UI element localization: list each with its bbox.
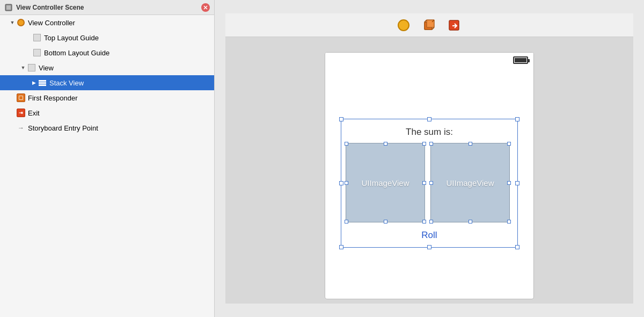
iv2-handle-mr[interactable] <box>507 181 511 185</box>
close-button[interactable] <box>201 3 210 12</box>
iv2-handle-tr[interactable] <box>507 142 511 146</box>
iv2-handle-bl[interactable] <box>429 220 433 224</box>
square-arrow-icon <box>448 18 462 32</box>
item-label: View Controller <box>28 19 75 27</box>
item-label: Stack View <box>49 79 84 87</box>
exit-icon: ⇥ <box>16 108 26 118</box>
iv-handle-mr[interactable] <box>422 181 426 185</box>
yellow-circle-icon <box>398 19 409 31</box>
canvas-area: The sum is: <box>215 0 644 317</box>
battery-icon <box>513 56 528 64</box>
item-label: First Responder <box>28 94 77 102</box>
iv-handle-tr[interactable] <box>422 142 426 146</box>
iv-handle-tl[interactable] <box>345 142 348 146</box>
expand-triangle[interactable] <box>9 19 16 26</box>
iv2-handle-ml[interactable] <box>429 181 433 185</box>
sidebar-item-storyboard-entry[interactable]: → Storyboard Entry Point <box>0 120 214 135</box>
iv2-handle-br[interactable] <box>507 220 511 224</box>
left-panel: View Controller Scene View Controller <box>0 0 215 317</box>
uiimage-label-1: UIImageView <box>362 178 409 188</box>
uiimage-label-2: UIImageView <box>447 178 494 188</box>
sidebar-item-exit[interactable]: ⇥ Exit <box>0 105 214 120</box>
scene-header: View Controller Scene <box>0 0 214 15</box>
uiimage-view-2: UIImageView <box>430 143 510 222</box>
item-label: Bottom Layout Guide <box>44 49 109 57</box>
sidebar-item-view-controller[interactable]: View Controller <box>0 15 214 30</box>
small-rect-icon <box>32 48 42 57</box>
scene-title: View Controller Scene <box>16 4 201 11</box>
device-content: The sum is: <box>325 68 533 299</box>
expand-triangle[interactable] <box>19 64 27 71</box>
item-label: Exit <box>28 109 40 117</box>
canvas-background: The sum is: <box>225 13 633 304</box>
stack-view-icon <box>38 78 47 88</box>
device-frame: The sum is: <box>325 52 534 299</box>
view-icon <box>27 63 36 73</box>
arrow-icon: → <box>16 123 26 133</box>
view-controller-icon <box>16 18 26 27</box>
roll-label: Roll <box>346 228 513 243</box>
item-label: View <box>39 64 54 72</box>
svg-rect-1 <box>6 5 11 10</box>
sidebar-item-top-layout-guide[interactable]: Top Layout Guide <box>0 30 214 45</box>
sidebar-item-bottom-layout-guide[interactable]: Bottom Layout Guide <box>0 45 214 60</box>
iv2-handle-tm[interactable] <box>469 142 472 146</box>
iv-handle-tm[interactable] <box>384 142 387 146</box>
handle-bottom-left[interactable] <box>339 245 343 249</box>
handle-bottom-right[interactable] <box>515 245 519 249</box>
canvas-toolbar <box>225 13 633 37</box>
status-bar <box>325 53 533 68</box>
small-rect-icon <box>32 33 42 42</box>
3d-box-button[interactable] <box>421 17 438 34</box>
handle-top-right[interactable] <box>515 117 519 121</box>
item-label: Storyboard Entry Point <box>28 124 98 132</box>
image-views-row: UIImageView <box>346 143 513 222</box>
expand-triangle[interactable] <box>30 79 38 87</box>
3d-box-icon <box>422 18 436 32</box>
iv-handle-bm[interactable] <box>384 220 387 224</box>
iv-handle-ml[interactable] <box>345 181 348 185</box>
handle-top-mid[interactable] <box>427 117 431 121</box>
handle-top-left[interactable] <box>339 117 343 121</box>
sum-label: The sum is: <box>346 124 513 143</box>
item-label: Top Layout Guide <box>44 34 99 42</box>
iv-handle-br[interactable] <box>422 220 426 224</box>
iv2-handle-bm[interactable] <box>469 220 472 224</box>
sidebar-item-first-responder[interactable]: First Responder <box>0 90 214 105</box>
handle-mid-left[interactable] <box>339 181 343 185</box>
uiimage-view-1: UIImageView <box>346 143 425 222</box>
yellow-circle-button[interactable] <box>395 17 412 34</box>
scene-icon <box>4 3 13 12</box>
handle-bottom-mid[interactable] <box>427 245 431 249</box>
iv-handle-bl[interactable] <box>345 220 348 224</box>
sidebar-item-stack-view[interactable]: Stack View <box>0 75 214 90</box>
first-responder-icon <box>16 93 26 103</box>
sidebar-item-view[interactable]: View <box>0 60 214 75</box>
iv2-handle-tl[interactable] <box>429 142 433 146</box>
stack-view-container: The sum is: <box>341 119 518 248</box>
square-arrow-button[interactable] <box>447 17 464 34</box>
handle-mid-right[interactable] <box>515 181 519 185</box>
